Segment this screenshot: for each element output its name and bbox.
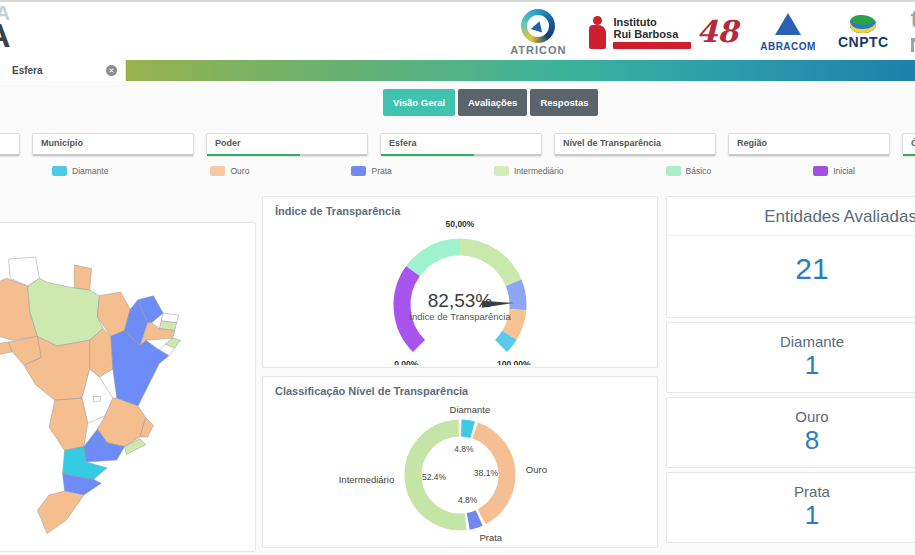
gauge-value: 82,53% bbox=[428, 290, 493, 311]
donut-percent-label: 52.4% bbox=[422, 472, 447, 482]
legend-label: Inicial bbox=[833, 166, 855, 176]
ouro-card: Ouro 8 bbox=[666, 397, 915, 468]
tab-esfera-label: Esfera bbox=[12, 65, 43, 76]
atricon-circle-icon bbox=[521, 9, 555, 43]
gauge-segment-diamante bbox=[501, 335, 509, 346]
respostas-button[interactable]: Respostas bbox=[530, 89, 598, 116]
gauge-segment-intermediário bbox=[460, 247, 514, 283]
state-ap[interactable] bbox=[74, 265, 91, 290]
gauge-card-title: Índice de Transparência bbox=[263, 197, 657, 221]
donut-category-label: Ouro bbox=[526, 464, 547, 475]
irb-line2: Rui Barbosa bbox=[613, 28, 691, 40]
atricon-wordmark: ATRICON bbox=[510, 44, 566, 56]
cnptc-brazil-icon bbox=[850, 15, 876, 33]
filter-poder[interactable]: Poder bbox=[206, 133, 368, 155]
filter-label: Poder bbox=[215, 138, 241, 148]
legend-swatch bbox=[666, 166, 681, 176]
filter-cutoff[interactable] bbox=[0, 133, 20, 155]
legend-swatch bbox=[494, 166, 509, 176]
gauge-tick-label: 100,00% bbox=[497, 359, 531, 365]
prata-card: Prata 1 bbox=[666, 472, 915, 543]
filter-municipio[interactable]: Município bbox=[32, 133, 194, 155]
brazil-choropleth-map[interactable] bbox=[0, 255, 196, 552]
classification-donut-chart: 4.8%Diamante38.1%Ouro4.8%Prata52.4%Inter… bbox=[263, 401, 657, 545]
abracom-wordmark: ABRACOM bbox=[760, 41, 816, 52]
legend-item-inicial[interactable]: Inicial bbox=[813, 166, 855, 176]
tce-building-icon bbox=[911, 38, 915, 52]
cnptc-logo: CNPTC bbox=[838, 15, 889, 50]
donut-percent-label: 4.8% bbox=[454, 444, 474, 454]
avaliacoes-button[interactable]: Avaliações bbox=[458, 89, 527, 116]
filter-label: Esfera bbox=[389, 138, 417, 148]
legend-label: Ouro bbox=[230, 166, 249, 176]
donut-card-title: Classificação Nível de Transparência bbox=[263, 377, 657, 401]
filter-esfera[interactable]: Esfera bbox=[380, 133, 542, 155]
tab-esfera[interactable]: Esfera ✕ bbox=[0, 60, 126, 81]
tab-strip: Esfera ✕ bbox=[0, 60, 915, 81]
app-header: IA A ATRICON Instituto Rui Barbosa 48 AB… bbox=[0, 0, 915, 60]
state-pa[interactable] bbox=[28, 278, 103, 346]
gauge-segment-prata bbox=[514, 283, 518, 310]
irb-red-bar bbox=[613, 42, 691, 49]
donut-percent-label: 38.1% bbox=[474, 468, 499, 478]
tab-close-icon[interactable]: ✕ bbox=[106, 65, 117, 76]
brazil-map-card bbox=[0, 222, 256, 552]
gauge-tick-label: 0,00% bbox=[394, 359, 419, 365]
legend-label: Diamante bbox=[72, 166, 108, 176]
legend-item-diamante[interactable]: Diamante bbox=[52, 166, 108, 176]
classificacao-card: Classificação Nível de Transparência 4.8… bbox=[262, 376, 658, 548]
filter-regiao[interactable]: Região bbox=[728, 133, 890, 155]
instituto-rui-barbosa-logo: Instituto Rui Barbosa 48 bbox=[588, 15, 738, 49]
entidades-value: 21 bbox=[667, 235, 915, 296]
donut-slice-prata[interactable] bbox=[468, 518, 479, 521]
indice-transparencia-card: Índice de Transparência 0,00%50,00%100,0… bbox=[262, 196, 658, 368]
filter-label: Região bbox=[737, 138, 767, 148]
legend-item-basico[interactable]: Básico bbox=[666, 166, 712, 176]
abracom-triangle-icon bbox=[775, 13, 801, 35]
ouro-value: 8 bbox=[667, 425, 915, 466]
visao-geral-button[interactable]: Visão Geral bbox=[383, 89, 455, 116]
diamante-value: 1 bbox=[667, 350, 915, 391]
filter-label: Município bbox=[41, 138, 83, 148]
app-logo-letter: A bbox=[0, 16, 11, 55]
abracom-logo: ABRACOM bbox=[760, 13, 816, 52]
gauge-segment-básico bbox=[413, 247, 460, 271]
legend-label: Prata bbox=[371, 166, 391, 176]
legend-item-intermediario[interactable]: Intermediário bbox=[494, 166, 564, 176]
donut-category-label: Intermediário bbox=[339, 474, 394, 485]
legend-swatch bbox=[52, 166, 67, 176]
transparency-gauge-chart: 0,00%50,00%100,00%82,53%Índice de Transp… bbox=[263, 221, 657, 365]
prata-label: Prata bbox=[667, 473, 915, 500]
entidades-avaliadas-card: Entidades Avaliadas 21 bbox=[666, 196, 915, 318]
donut-category-label: Prata bbox=[479, 532, 502, 543]
classification-legend: DiamanteOuroPrataIntermediárioBásicoInic… bbox=[0, 166, 915, 176]
atricon-logo: ATRICON bbox=[510, 9, 566, 56]
legend-swatch bbox=[210, 166, 225, 176]
filter-nivel-de-transparencia[interactable]: Nível de Transparência bbox=[554, 133, 716, 155]
partner-logos: ATRICON Instituto Rui Barbosa 48 ABRACOM… bbox=[510, 2, 915, 62]
state-df[interactable] bbox=[94, 396, 101, 401]
legend-swatch bbox=[351, 166, 366, 176]
prata-value: 1 bbox=[667, 500, 915, 541]
app-logo-partial: IA A bbox=[0, 4, 32, 62]
state-ms[interactable] bbox=[49, 398, 88, 450]
filter-orgao[interactable]: Órgão bbox=[902, 133, 915, 155]
state-rs[interactable] bbox=[37, 491, 83, 534]
diamante-label: Diamante bbox=[667, 323, 915, 350]
gauge-tick-label: 50,00% bbox=[446, 221, 475, 229]
legend-label: Básico bbox=[686, 166, 712, 176]
view-switcher: Visão Geral Avaliações Respostas bbox=[383, 89, 598, 116]
legend-item-prata[interactable]: Prata bbox=[351, 166, 391, 176]
cnptc-wordmark: CNPTC bbox=[838, 34, 889, 50]
filter-label: Nível de Transparência bbox=[563, 138, 661, 148]
gauge-segment-ouro bbox=[509, 310, 517, 336]
entidades-title: Entidades Avaliadas bbox=[667, 197, 915, 235]
legend-item-ouro[interactable]: Ouro bbox=[210, 166, 249, 176]
donut-slice-diamante[interactable] bbox=[461, 428, 472, 430]
ouro-label: Ouro bbox=[667, 398, 915, 425]
filter-label: Órgão bbox=[911, 138, 915, 148]
gauge-segment-inicial bbox=[402, 271, 419, 346]
irb-48-years: 48 bbox=[696, 17, 738, 47]
gauge-subtitle: Índice de Transparência bbox=[409, 311, 511, 322]
tce-wordmark: tce bbox=[911, 9, 915, 29]
